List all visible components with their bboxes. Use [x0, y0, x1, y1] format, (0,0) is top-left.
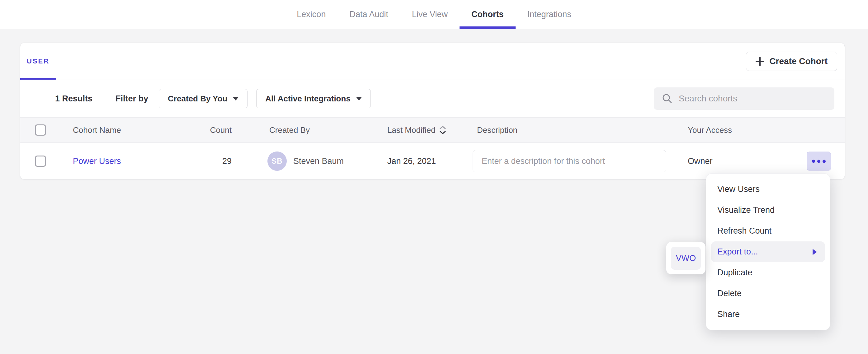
- vertical-divider: [104, 90, 104, 107]
- nav-tab-lexicon[interactable]: Lexicon: [285, 0, 338, 29]
- column-header-your-access: Your Access: [688, 125, 732, 135]
- export-submenu: VWO: [666, 242, 706, 275]
- tab-user-label: USER: [27, 57, 50, 65]
- menu-item-share[interactable]: Share: [706, 304, 830, 325]
- submenu-arrow-icon: [813, 249, 817, 255]
- created-by-filter-dropdown[interactable]: Created By You: [159, 89, 248, 108]
- column-header-created-by: Created By: [269, 125, 310, 135]
- row-checkbox[interactable]: [35, 156, 46, 167]
- menu-item-delete[interactable]: Delete: [706, 283, 830, 304]
- access-level: Owner: [688, 157, 713, 166]
- filter-by-label: Filter by: [116, 94, 148, 104]
- description-input[interactable]: [473, 150, 666, 172]
- created-by-cell: SB Steven Baum: [268, 152, 344, 171]
- menu-item-visualize-trend[interactable]: Visualize Trend: [706, 200, 830, 221]
- select-all-checkbox[interactable]: [35, 124, 46, 136]
- search-icon: [662, 93, 673, 104]
- last-modified-label: Last Modified: [387, 125, 436, 135]
- nav-tab-cohorts[interactable]: Cohorts: [460, 0, 516, 29]
- column-header-last-modified[interactable]: Last Modified: [387, 125, 446, 135]
- cohort-actions-menu: View Users Visualize Trend Refresh Count…: [706, 173, 830, 330]
- nav-tab-live-view[interactable]: Live View: [400, 0, 460, 29]
- menu-item-refresh-count[interactable]: Refresh Count: [706, 221, 830, 242]
- ellipsis-icon: [823, 160, 826, 163]
- description-cell: [473, 150, 666, 172]
- more-actions-button[interactable]: [807, 152, 831, 171]
- menu-item-view-users[interactable]: View Users: [706, 179, 830, 200]
- tab-user-cohorts[interactable]: USER: [20, 43, 56, 79]
- more-actions-cell: [807, 152, 831, 171]
- top-nav: Lexicon Data Audit Live View Cohorts Int…: [0, 0, 868, 29]
- submenu-item-vwo[interactable]: VWO: [671, 247, 701, 270]
- nav-tab-label: Integrations: [527, 10, 571, 19]
- create-cohort-button[interactable]: Create Cohort: [746, 52, 837, 71]
- cohort-type-tabs-row: USER Create Cohort: [20, 43, 845, 80]
- column-header-description: Description: [477, 125, 518, 135]
- create-cohort-label: Create Cohort: [769, 56, 828, 66]
- sort-icon[interactable]: [439, 126, 446, 135]
- results-count: 1 Results: [55, 94, 92, 104]
- ellipsis-icon: [812, 160, 815, 163]
- nav-tab-label: Cohorts: [471, 10, 504, 19]
- chevron-down-icon: [356, 97, 362, 100]
- avatar: SB: [268, 152, 287, 171]
- cohort-count: 29: [163, 157, 231, 166]
- column-header-count: Count: [163, 125, 231, 135]
- search-cohorts-box: [654, 88, 834, 110]
- menu-item-duplicate[interactable]: Duplicate: [706, 262, 830, 283]
- last-modified-date: Jan 26, 2021: [387, 157, 436, 166]
- nav-tab-label: Live View: [412, 10, 448, 19]
- export-to-label: Export to...: [717, 247, 758, 257]
- integrations-filter-dropdown[interactable]: All Active Integrations: [256, 89, 371, 108]
- cohorts-panel: USER Create Cohort 1 Results Filter by C…: [20, 43, 845, 180]
- nav-tab-data-audit[interactable]: Data Audit: [338, 0, 400, 29]
- cohort-name-link[interactable]: Power Users: [73, 157, 121, 166]
- search-cohorts-input[interactable]: [679, 94, 826, 104]
- ellipsis-icon: [817, 160, 820, 163]
- nav-tab-label: Data Audit: [349, 10, 388, 19]
- cohorts-table-header: Cohort Name Count Created By Last Modifi…: [20, 117, 845, 143]
- integrations-filter-label: All Active Integrations: [265, 94, 350, 104]
- plus-icon: [755, 57, 764, 66]
- filter-row: 1 Results Filter by Created By You All A…: [20, 80, 845, 117]
- chevron-down-icon: [233, 97, 239, 100]
- created-by-filter-label: Created By You: [168, 94, 227, 104]
- menu-item-export-to[interactable]: Export to...: [711, 242, 825, 262]
- column-header-cohort-name: Cohort Name: [73, 125, 121, 135]
- nav-tab-integrations[interactable]: Integrations: [516, 0, 583, 29]
- creator-name: Steven Baum: [293, 157, 344, 166]
- nav-tab-label: Lexicon: [297, 10, 326, 19]
